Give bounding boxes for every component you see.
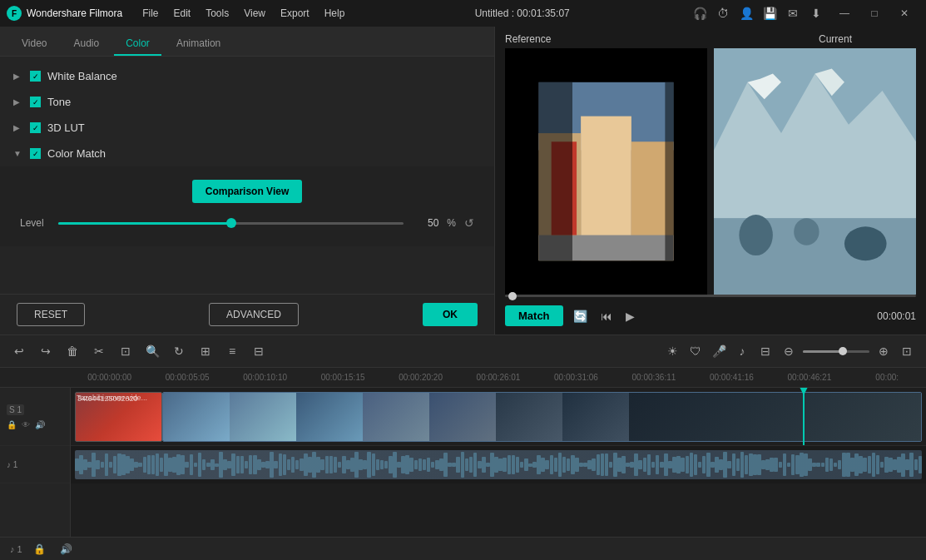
headphone-icon[interactable]: 🎧 <box>693 7 706 20</box>
loop-icon[interactable]: 🔄 <box>570 308 591 325</box>
cut-button[interactable]: ✂ <box>90 342 108 360</box>
lut-checkbox[interactable]: ✓ <box>30 122 41 133</box>
wave-bar <box>350 458 354 472</box>
user-icon[interactable]: 👤 <box>740 7 753 20</box>
wave-bar <box>384 461 389 468</box>
wave-bar <box>334 457 338 473</box>
delete-button[interactable]: 🗑 <box>63 342 82 360</box>
wave-bar <box>414 460 418 470</box>
adjust-button[interactable]: ≡ <box>223 342 241 360</box>
effects-button[interactable]: ⊟ <box>250 342 268 360</box>
white-balance-checkbox[interactable]: ✓ <box>30 71 41 82</box>
mic-icon[interactable]: 🎤 <box>710 342 728 360</box>
wave-bar <box>202 459 206 471</box>
wave-bar <box>597 454 601 476</box>
ruler-mark-2: 00:00:10:10 <box>226 373 304 382</box>
music-icon[interactable]: ♪ <box>733 342 751 360</box>
maximize-button[interactable]: □ <box>859 0 889 27</box>
prev-frame-icon[interactable]: ⏮ <box>597 308 616 325</box>
picture-in-picture-button[interactable]: ⊞ <box>196 342 215 360</box>
video-clip-1[interactable]: 34t644125002820 <box>75 392 162 442</box>
tone-section[interactable]: ▶ ✓ Tone <box>0 89 494 115</box>
video-clip-2[interactable]: Tazabibi-cover-vide... <box>162 392 922 442</box>
wave-bar <box>702 456 706 473</box>
undo-button[interactable]: ↩ <box>10 342 28 360</box>
menu-help[interactable]: Help <box>318 6 352 21</box>
wave-bar <box>270 452 274 477</box>
download-icon[interactable]: ⬇ <box>810 7 823 20</box>
caption-icon[interactable]: ⊟ <box>756 342 775 360</box>
fullscreen-icon[interactable]: ⊡ <box>898 342 916 360</box>
wave-bar <box>579 463 583 467</box>
zoom-slider[interactable] <box>803 350 869 353</box>
shield-icon[interactable]: 🛡 <box>686 342 705 360</box>
audio-track-icon[interactable]: 🔊 <box>35 420 45 429</box>
wave-bar <box>342 456 346 473</box>
wave-bar <box>893 459 897 470</box>
tab-color[interactable]: Color <box>114 32 161 56</box>
wave-bar <box>736 458 740 471</box>
color-match-section[interactable]: ▼ ✓ Color Match <box>0 141 494 166</box>
advanced-button[interactable]: ADVANCED <box>209 303 299 326</box>
wave-bar <box>83 459 87 469</box>
wave-bar <box>905 459 909 470</box>
wave-bar <box>575 458 579 473</box>
wave-bar <box>889 458 893 471</box>
reference-label: Reference <box>505 33 602 45</box>
current-label: Current <box>819 33 916 45</box>
eye-icon[interactable]: 👁 <box>22 420 30 429</box>
white-balance-section[interactable]: ▶ ✓ White Balance <box>0 63 494 89</box>
tabs-bar: Video Audio Color Animation <box>0 27 494 57</box>
wave-bar <box>473 453 478 477</box>
tone-checkbox[interactable]: ✓ <box>30 97 41 107</box>
level-slider[interactable] <box>58 222 404 225</box>
color-match-checkbox[interactable]: ✓ <box>30 148 41 159</box>
lock-icon[interactable]: 🔒 <box>7 420 17 429</box>
lut-section[interactable]: ▶ ✓ 3D LUT <box>0 115 494 141</box>
menu-file[interactable]: File <box>136 6 165 21</box>
wave-bar <box>223 459 227 470</box>
comparison-view-button[interactable]: Comparison View <box>192 180 302 203</box>
ok-button[interactable]: OK <box>423 303 478 326</box>
sun-icon[interactable]: ☀ <box>663 342 681 360</box>
menu-export[interactable]: Export <box>274 6 316 21</box>
tab-video[interactable]: Video <box>10 32 58 56</box>
tab-animation[interactable]: Animation <box>165 32 232 56</box>
clock-icon[interactable]: ⏱ <box>716 7 730 20</box>
mute-icon[interactable]: 🔊 <box>57 540 76 558</box>
add-track-icon[interactable]: 🔒 <box>31 540 49 558</box>
zoom-out-icon[interactable]: ⊖ <box>780 342 798 360</box>
wave-bar <box>609 462 613 468</box>
zoom-in-button[interactable]: 🔍 <box>143 342 161 360</box>
wave-bar <box>423 459 427 471</box>
wave-bar <box>587 460 592 470</box>
minimize-button[interactable]: — <box>829 0 859 27</box>
mail-icon[interactable]: ✉ <box>786 7 800 20</box>
crop-button[interactable]: ⊡ <box>116 342 135 360</box>
wave-bar <box>418 458 423 470</box>
wave-bar <box>359 459 363 470</box>
wave-bar <box>732 453 736 477</box>
menu-edit[interactable]: Edit <box>167 6 198 21</box>
reset-button[interactable]: RESET <box>17 303 85 326</box>
preview-scrubber[interactable] <box>505 295 916 297</box>
track-labels: S 1 🔒 👁 🔊 ♪ 1 <box>0 388 71 537</box>
level-value: 50 <box>412 217 438 229</box>
wave-bar <box>439 458 443 472</box>
reset-icon[interactable]: ↺ <box>464 216 474 230</box>
wave-bar <box>634 453 638 476</box>
wave-bar <box>774 458 778 473</box>
wave-bar <box>431 462 435 468</box>
match-button[interactable]: Match <box>505 305 563 326</box>
wave-bar <box>812 463 816 468</box>
rotate-button[interactable]: ↻ <box>170 342 188 360</box>
close-button[interactable]: ✕ <box>889 0 919 27</box>
play-icon[interactable]: ▶ <box>622 308 638 325</box>
save-icon[interactable]: 💾 <box>763 7 776 20</box>
menu-tools[interactable]: Tools <box>199 6 235 21</box>
menu-view[interactable]: View <box>237 6 272 21</box>
wave-bar <box>194 463 198 466</box>
zoom-in-icon[interactable]: ⊕ <box>874 342 893 360</box>
redo-button[interactable]: ↪ <box>37 342 55 360</box>
tab-audio[interactable]: Audio <box>62 32 111 56</box>
